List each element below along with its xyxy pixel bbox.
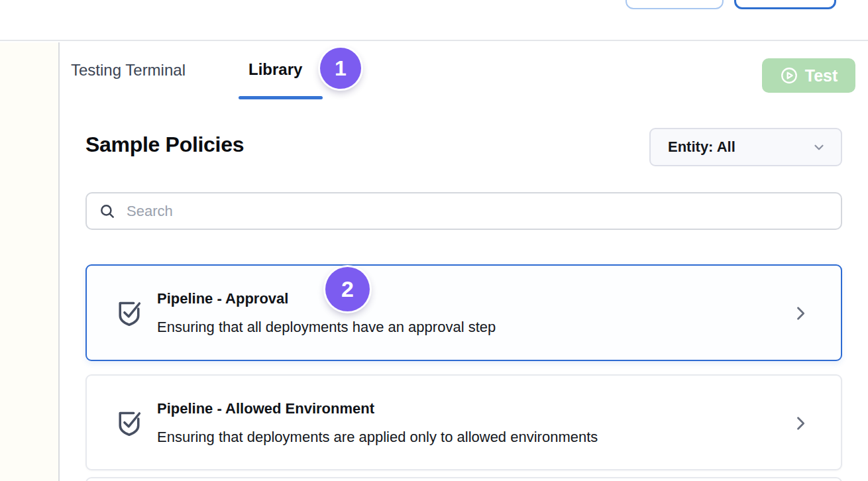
policy-card-pipeline-allowed-environment[interactable]: Pipeline - Allowed Environment Ensuring … (85, 374, 842, 470)
search-input[interactable] (127, 203, 829, 220)
step-badge-1: 1 (320, 48, 361, 89)
tab-library[interactable]: Library (248, 60, 302, 79)
test-button[interactable]: Test (762, 58, 855, 93)
save-button[interactable]: + Save (625, 0, 724, 9)
policy-title: Pipeline - Approval (157, 290, 288, 307)
chevron-right-icon (791, 304, 810, 325)
active-tab-underline (239, 96, 323, 99)
entity-filter-dropdown[interactable]: Entity: All (649, 128, 842, 166)
search-icon (99, 203, 116, 220)
plus-icon: + (649, 0, 659, 2)
policy-description: Ensuring that all deployments have an ap… (157, 319, 496, 336)
page-title: Sample Policies (85, 133, 244, 157)
left-sidebar-rail (0, 42, 60, 481)
discard-button-label: Discard (757, 0, 813, 2)
top-toolbar: + Save Discard (0, 0, 868, 41)
search-bar (85, 192, 842, 230)
shield-check-icon (113, 407, 146, 443)
step-badge-2: 2 (325, 267, 370, 311)
test-button-label: Test (805, 66, 838, 85)
entity-filter-value: Entity: All (668, 138, 735, 156)
policy-description: Ensuring that deployments are applied on… (157, 429, 598, 446)
play-circle-icon (780, 66, 798, 85)
discard-button[interactable]: Discard (734, 0, 836, 9)
chevron-down-icon (812, 140, 826, 154)
policy-card-pipeline-approval[interactable]: Pipeline - Approval Ensuring that all de… (85, 264, 842, 361)
save-button-label: Save (665, 0, 700, 2)
policy-card-partial[interactable] (85, 477, 842, 481)
chevron-right-icon (791, 414, 810, 435)
policy-title: Pipeline - Allowed Environment (157, 400, 374, 417)
tab-testing-terminal[interactable]: Testing Terminal (71, 61, 186, 80)
shield-check-icon (113, 297, 146, 333)
